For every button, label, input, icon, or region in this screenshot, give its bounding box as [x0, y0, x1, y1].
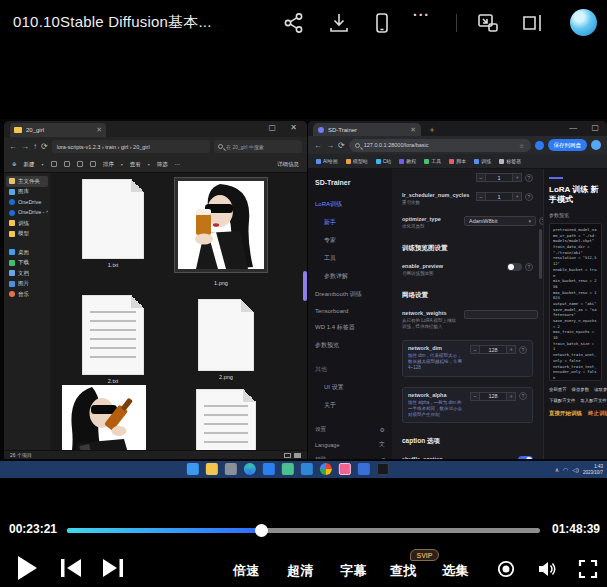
sidebar-item-pictures: 图片 — [6, 279, 48, 290]
sidebar-item-documents: 文档 — [6, 268, 48, 279]
bookmark-item: 模型站 — [346, 158, 368, 164]
panel-heading: LoRA 训练 新手模式 — [549, 185, 602, 205]
forward-icon: → — [21, 142, 29, 151]
bookmarks-bar: AI绘画 模型站 C站 教程 工具 脚本 训练 标签器 — [308, 154, 607, 169]
bookmark-icon — [399, 159, 404, 164]
text-file-icon — [196, 389, 256, 450]
more-icon[interactable]: ··· — [413, 7, 437, 31]
import-config-link: 导入配置文件 — [580, 398, 606, 403]
share-icon[interactable] — [282, 11, 306, 35]
vscode-icon — [300, 463, 312, 475]
phone-icon[interactable] — [370, 11, 394, 35]
bookmark-icon — [499, 159, 504, 164]
new-tab-icon: ＋ — [428, 124, 436, 135]
nav-tensorboard: Tensorboard — [315, 308, 385, 314]
scrollbar-thumb — [539, 229, 542, 279]
bookmark-item: 教程 — [399, 158, 416, 164]
decrement-button: − — [470, 345, 480, 354]
list-view-icon — [284, 453, 291, 458]
progress-handle[interactable] — [255, 524, 268, 537]
flip-window-icon[interactable] — [520, 11, 544, 35]
subtitle-button[interactable]: 字幕 — [340, 562, 367, 580]
fullscreen-icon[interactable] — [578, 559, 598, 579]
store-icon — [262, 463, 274, 475]
increment-button: ＋ — [506, 345, 516, 354]
nav-dreambooth: Dreambooth 训练 — [315, 290, 385, 299]
bookmark-item: AI绘画 — [316, 158, 338, 164]
folder-icon — [14, 127, 22, 133]
active-tab-indicator — [549, 177, 563, 179]
nav-tools: 工具 — [315, 254, 385, 263]
panel-links-row2: 下载配置文件 导入配置文件 — [549, 398, 602, 403]
help-icon: ? — [519, 346, 527, 354]
refresh-icon: ⟳ — [41, 142, 48, 151]
enable-preview-toggle — [507, 263, 522, 271]
record-icon[interactable] — [497, 560, 515, 578]
start-training-button: 直接开始训练 — [549, 410, 582, 417]
download-icon[interactable] — [327, 11, 351, 35]
nav-wd14-tagger: WD 1.4 标签器 — [315, 323, 385, 332]
find-button[interactable]: 查找 — [390, 562, 417, 580]
sidebar-item-home: 主文件夹 — [6, 176, 48, 187]
photos-icon — [281, 463, 293, 475]
explorer-toolbar: ⊕新建▾ 排序▾ 查看▾ 筛选 ⋯ 详细信息 — [4, 156, 307, 173]
nav-beginner: 新手 — [315, 218, 385, 227]
current-time: 00:23:21 — [9, 522, 57, 536]
explorer-sidebar: 主文件夹 图库 OneDrive OneDrive - 个人 训练 模型 桌面 … — [4, 173, 50, 450]
increment-button: ＋ — [506, 392, 516, 401]
next-button[interactable] — [101, 557, 125, 579]
downloads-icon — [9, 260, 15, 266]
bookmark-item: 工具 — [424, 158, 441, 164]
sidebar-item-music: 音乐 — [6, 289, 48, 300]
form-field-partial: −1＋ ? — [402, 173, 533, 182]
reset-all-link: 全部重置 — [549, 387, 567, 392]
rename-icon — [77, 161, 83, 167]
progress-bar[interactable] — [67, 528, 540, 533]
playback-speed-button[interactable]: 倍速 — [233, 562, 260, 580]
progress-fill — [67, 528, 261, 533]
pip-icon[interactable] — [476, 11, 500, 35]
text-file-icon — [198, 299, 254, 371]
back-icon: ← — [9, 142, 17, 151]
form-field-network-weights: network_weights 从已有的 LoRA 模型上继续训练，提供路径输入 — [402, 310, 533, 330]
file-item: bili.png — [54, 385, 154, 450]
text-file-icon — [82, 179, 144, 259]
previous-button[interactable] — [59, 557, 83, 579]
start-icon — [186, 463, 198, 475]
desktop-icon — [9, 249, 15, 255]
panel-links-row1: 全部重置 保存参数 读取参数 — [549, 387, 602, 392]
close-icon: ✕ — [410, 126, 416, 134]
volume-icon: ◁) — [572, 466, 579, 473]
total-time: 01:48:39 — [552, 522, 600, 536]
quality-button[interactable]: 超清 — [287, 562, 314, 580]
volume-icon[interactable] — [537, 559, 557, 579]
folder-icon — [9, 220, 15, 226]
increment-button: ＋ — [512, 192, 522, 201]
network-weights-input — [464, 310, 538, 319]
nav-expert: 专家 — [315, 236, 385, 245]
play-button[interactable] — [16, 555, 38, 581]
sidebar-item-onedrive: OneDrive — [6, 197, 48, 208]
scrollbar-thumb — [303, 271, 307, 301]
form-field-shuffle-caption: shuffle_caption 训练时随机打乱 tokens — [402, 456, 533, 459]
bookmark-item: 标签器 — [499, 158, 521, 164]
bookmark-item: C站 — [376, 158, 392, 164]
file-item: 2.png — [186, 299, 266, 380]
section-preview: 训练预览图设置 — [402, 244, 533, 253]
browser-profile-avatar — [591, 140, 601, 150]
sdtrainer-logo: SD-Trainer — [315, 179, 385, 186]
copy-icon — [64, 161, 70, 167]
bookmark-icon — [424, 159, 429, 164]
sidebar-item-downloads: 下载 — [6, 258, 48, 269]
video-title: 010.10Stable Diffusion基本... — [13, 13, 212, 32]
episodes-button[interactable]: 选集 — [442, 562, 469, 580]
cut-icon — [51, 161, 57, 167]
decrement-button: − — [470, 392, 480, 401]
explorer-tab-title: 20_girl — [26, 127, 92, 133]
browser-url-bar: ← → ⟳ 127.0.0.1:28000/lora/basic ☆ 保存到网盘 — [308, 136, 607, 154]
video-surface[interactable]: 20_girl ✕ ▢ ✕ ← → ↑ ⟳ lora-scripts-v1.2.… — [0, 119, 607, 478]
avatar[interactable] — [570, 9, 597, 36]
close-icon: ✕ — [96, 126, 102, 134]
window-controls: ▢ ✕ — [269, 123, 303, 132]
form-field-optimizer: optimizer_type 优化器类型 AdamW8bit▾ ? — [402, 216, 533, 230]
